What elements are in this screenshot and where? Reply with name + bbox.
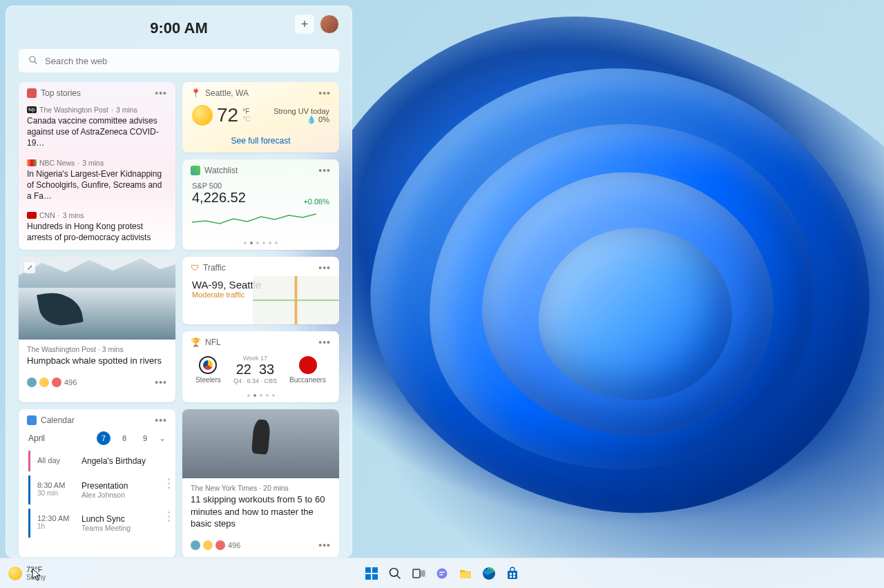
svg-rect-2 <box>365 567 371 573</box>
svg-point-0 <box>30 56 35 61</box>
location-pin-icon: 📍 <box>191 88 201 98</box>
taskbar: 72°F Sunny <box>0 558 884 588</box>
reaction-icon <box>52 378 61 387</box>
news-image: ⤢ <box>19 257 175 340</box>
calendar-day[interactable]: 7 <box>97 431 110 445</box>
svg-rect-11 <box>460 572 471 578</box>
source-logo-icon: tvp <box>27 106 37 113</box>
weather-more-icon[interactable]: ••• <box>318 88 331 99</box>
search-button[interactable] <box>386 565 404 582</box>
top-story-item[interactable]: CNN · 3 mins Hundreds in Hong Kong prote… <box>19 207 175 248</box>
chat-button[interactable] <box>433 565 451 582</box>
svg-point-6 <box>390 568 398 576</box>
calendar-widget[interactable]: Calendar ••• April 7 8 9 ⌄ All day Angel… <box>19 409 175 558</box>
nfl-widget[interactable]: 🏆NFL ••• Steelers Week 17 22 33 Q4 · 6:3… <box>182 331 339 402</box>
source-logo-icon <box>27 159 37 166</box>
traffic-more-icon[interactable]: ••• <box>318 262 331 273</box>
search-input[interactable] <box>45 56 329 66</box>
svg-rect-9 <box>421 571 425 576</box>
watchlist-more-icon[interactable]: ••• <box>318 165 331 176</box>
traffic-map <box>253 276 339 324</box>
top-story-item[interactable]: tvpThe Washington Post · 3 mins Canada v… <box>19 101 175 155</box>
pagination-dots[interactable] <box>182 391 339 402</box>
reactions[interactable]: 496 <box>191 540 240 550</box>
calendar-day[interactable]: 9 <box>138 431 152 445</box>
svg-rect-13 <box>508 571 517 579</box>
chevron-down-icon[interactable]: ⌄ <box>159 433 166 443</box>
calendar-title: Calendar <box>41 415 75 425</box>
watchlist-symbol: S&P 500 <box>192 182 329 190</box>
chart-icon <box>191 166 200 175</box>
nfl-detail: Q4 · 6:34 · CBS <box>233 378 277 384</box>
calendar-month: April <box>28 433 45 443</box>
sparkline-chart <box>192 208 316 228</box>
nfl-more-icon[interactable]: ••• <box>318 337 331 348</box>
news-headline: 11 skipping workouts from 5 to 60 minute… <box>182 493 339 536</box>
weather-uv: Strong UV today <box>273 107 329 115</box>
svg-line-7 <box>397 575 401 578</box>
store-button[interactable] <box>503 565 521 582</box>
nfl-score: 22 33 <box>233 362 277 378</box>
weather-widget[interactable]: 📍Seattle, WA ••• 72 °F°C Strong UV today… <box>182 82 339 153</box>
svg-rect-4 <box>365 574 371 580</box>
news-meta: The Washington Post · 3 mins <box>19 340 175 355</box>
taskbar-weather[interactable]: 72°F Sunny <box>8 565 46 581</box>
nfl-team-1: Steelers <box>195 356 221 384</box>
edge-button[interactable] <box>480 565 498 582</box>
expand-icon[interactable]: ⤢ <box>24 262 35 273</box>
start-button[interactable] <box>363 565 381 582</box>
widgets-time: 9:00 AM <box>150 19 208 37</box>
reactions[interactable]: 496 <box>27 378 77 387</box>
taskbar-temp: 72°F <box>26 565 46 574</box>
traffic-icon: 🛡 <box>191 263 199 273</box>
reaction-icon <box>39 378 49 387</box>
news-workout-widget[interactable]: The New York Times · 20 mins 11 skipping… <box>182 409 339 558</box>
source-logo-icon <box>27 212 37 219</box>
user-avatar[interactable] <box>320 14 339 34</box>
watchlist-widget[interactable]: Watchlist ••• S&P 500 4,226.52 +0.08% <box>182 159 339 250</box>
top-stories-widget[interactable]: Top stories ••• tvpThe Washington Post ·… <box>19 82 175 250</box>
news-meta: The New York Times · 20 mins <box>182 478 339 493</box>
svg-rect-17 <box>513 576 515 578</box>
task-view-button[interactable] <box>410 565 427 582</box>
reaction-icon <box>203 540 213 550</box>
widgets-header: 9:00 AM + <box>19 14 339 42</box>
news-icon <box>27 88 37 98</box>
watchlist-title: Watchlist <box>204 166 238 175</box>
nfl-week: Week 17 <box>233 355 277 362</box>
svg-line-1 <box>35 61 37 63</box>
weather-temp: 72 <box>217 104 238 126</box>
search-bar[interactable] <box>19 49 339 72</box>
watchlist-value: 4,226.52 <box>192 190 246 206</box>
news-headline: Humpback whale spotted in rivers <box>19 355 175 373</box>
top-stories-more-icon[interactable]: ••• <box>155 88 167 99</box>
pagination-dots[interactable] <box>182 239 339 250</box>
news-image <box>182 409 339 478</box>
buccaneers-logo-icon <box>299 356 317 374</box>
calendar-event[interactable]: All day Angela's Birthday <box>28 451 166 471</box>
calendar-icon <box>27 415 37 425</box>
weather-forecast-link[interactable]: See full forecast <box>182 132 339 153</box>
news-whale-widget[interactable]: ⤢ The Washington Post · 3 mins Humpback … <box>19 257 175 402</box>
traffic-widget[interactable]: 🛡Traffic ••• WA-99, Seattle Moderate tra… <box>182 257 339 324</box>
news-more-icon[interactable]: ••• <box>155 377 167 388</box>
calendar-day[interactable]: 8 <box>117 431 131 445</box>
add-widget-button[interactable]: + <box>295 14 314 34</box>
svg-rect-14 <box>510 573 512 575</box>
svg-rect-15 <box>513 573 515 575</box>
svg-rect-3 <box>372 567 378 573</box>
taskbar-condition: Sunny <box>26 574 46 581</box>
sun-icon <box>192 105 213 126</box>
trophy-icon: 🏆 <box>191 337 201 347</box>
top-story-item[interactable]: NBC News · 3 mins In Nigeria's Largest-E… <box>19 155 175 208</box>
weather-precip: 💧 0% <box>273 115 329 124</box>
news-more-icon[interactable]: ••• <box>318 540 331 551</box>
calendar-more-icon[interactable]: ••• <box>155 415 167 426</box>
calendar-event[interactable]: 12:30 AM1h Lunch SyncTeams Meeting <box>28 509 166 538</box>
file-explorer-button[interactable] <box>457 565 474 582</box>
svg-point-10 <box>437 568 448 578</box>
traffic-title: Traffic <box>203 263 226 273</box>
calendar-event[interactable]: 8:30 AM30 min PresentationAlex Johnson <box>28 476 166 504</box>
svg-rect-8 <box>413 569 420 578</box>
widgets-panel: 9:00 AM + Top stories ••• tvpThe Washing… <box>6 6 352 558</box>
